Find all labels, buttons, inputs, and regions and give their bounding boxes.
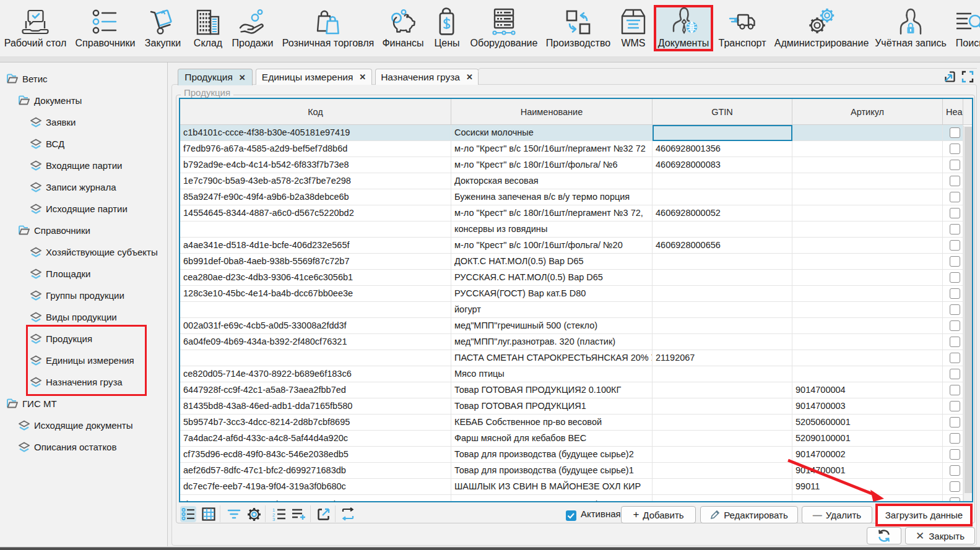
- svg-text:3: 3: [272, 517, 275, 521]
